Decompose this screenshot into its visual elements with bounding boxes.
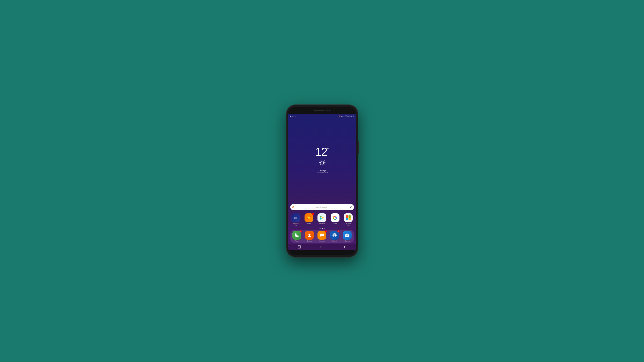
location-name: Penge <box>320 169 326 172</box>
dot-3 <box>324 228 325 229</box>
notification-icon: ▣ <box>290 115 291 117</box>
messages-label: Messages <box>319 240 325 242</box>
top-bezel <box>288 107 356 114</box>
google-icon <box>331 213 339 222</box>
contacts-label: Contacts <box>307 240 312 242</box>
bixby-icon: ◎ <box>292 115 293 117</box>
dock-camera[interactable]: Camera <box>341 231 353 242</box>
camera-icon-svg <box>345 233 350 238</box>
google-search-bar[interactable]: G Say 'Ok Google' 🎤 <box>290 204 354 210</box>
app-google[interactable]: Google <box>329 213 341 226</box>
dock-phone[interactable]: 1 Phone <box>291 231 303 242</box>
gallery-label: Gallery <box>307 223 311 224</box>
recent-apps-button[interactable] <box>297 245 302 249</box>
status-bar: ▣ ◎ △ ... 🔇 ◈ <box>288 114 356 118</box>
phone-app-icon: 1 <box>292 231 301 240</box>
front-camera <box>326 110 328 111</box>
svg-point-23 <box>308 234 310 236</box>
phone-device: ▣ ◎ △ ... 🔇 ◈ <box>286 105 358 257</box>
home-screen: ▣ ◎ △ ... 🔇 ◈ <box>288 114 356 250</box>
app-microsoft[interactable]: MicrosoftApps <box>342 213 354 226</box>
camera-icon <box>343 231 352 240</box>
dock-contacts[interactable]: Contacts <box>303 231 315 242</box>
svg-marker-20 <box>322 217 324 218</box>
google-label: Google <box>333 223 337 224</box>
warning-icon: △ <box>293 115 294 117</box>
location-pin: 📍 <box>318 170 320 171</box>
internet-icon: 5 <box>330 231 339 240</box>
battery-percent: 97% <box>348 115 351 117</box>
search-placeholder: Say 'Ok Google' <box>295 206 348 208</box>
app-play-store[interactable]: Play Store <box>316 213 328 226</box>
status-bar-right: 🔇 ◈ 97% 07:32 <box>339 115 354 117</box>
weather-updated: Updated 08/05 06:45 <box>316 172 328 174</box>
app-samsung-pay[interactable]: pay SamsungPay <box>290 213 302 226</box>
phone-badge: 1 <box>300 230 302 232</box>
home-button[interactable] <box>320 245 324 249</box>
status-bar-left: ▣ ◎ △ ... <box>290 115 296 117</box>
gallery-icon: 1 <box>305 213 313 222</box>
svg-point-11 <box>308 215 309 217</box>
nav-bar <box>288 244 356 250</box>
microsoft-icon <box>344 213 353 222</box>
phone-screen: ▣ ◎ △ ... 🔇 ◈ <box>288 107 356 255</box>
svg-marker-19 <box>320 218 322 220</box>
google-icon-svg <box>333 215 337 220</box>
play-store-icon-svg <box>320 215 324 220</box>
signal-icon <box>343 115 345 117</box>
play-store-label: Play Store <box>319 223 325 224</box>
svg-rect-33 <box>321 246 323 248</box>
messages-icon-svg <box>320 233 324 238</box>
battery-icon <box>345 116 347 117</box>
svg-line-7 <box>324 161 324 161</box>
dock-internet[interactable]: 5 Internet <box>329 231 341 242</box>
weather-widget[interactable]: 12° <box>288 118 356 204</box>
phone-icon <box>294 233 299 238</box>
messages-badge: 5 <box>325 230 327 232</box>
clock: 07:32 <box>351 115 354 117</box>
gallery-badge: 1 <box>312 213 314 215</box>
dot-1 <box>320 228 321 229</box>
mic-icon[interactable]: 🎤 <box>349 206 352 208</box>
app-row: pay SamsungPay 1 <box>288 212 356 227</box>
internet-badge: 5 <box>337 230 339 232</box>
speaker-grill <box>314 110 324 111</box>
internet-label: Internet <box>332 240 337 242</box>
page-indicator <box>288 227 356 230</box>
sensor <box>329 110 330 111</box>
samsung-pay-label: SamsungPay <box>293 223 298 226</box>
google-logo: G <box>292 206 294 208</box>
back-button[interactable] <box>342 245 347 249</box>
svg-line-5 <box>320 161 320 161</box>
nfc-icon: ◈ <box>341 115 342 117</box>
svg-point-0 <box>321 161 324 164</box>
bottom-bezel <box>288 250 356 255</box>
dock-grid: 1 Phone <box>291 231 353 242</box>
svg-rect-32 <box>299 245 301 247</box>
svg-point-17 <box>308 217 309 218</box>
svg-point-30 <box>347 235 348 236</box>
app-gallery[interactable]: 1 Gallery <box>303 213 315 226</box>
messages-icon: 5 <box>317 231 326 240</box>
dock: 1 Phone <box>290 230 354 243</box>
svg-line-8 <box>320 164 320 165</box>
weather-icon <box>319 159 326 167</box>
sun-icon <box>319 159 326 166</box>
dock-messages[interactable]: 5 Messages <box>316 231 328 242</box>
temperature-display: 12° <box>315 146 329 157</box>
svg-point-14 <box>308 219 309 220</box>
location-row: 📍 Penge <box>318 169 326 172</box>
svg-marker-18 <box>320 216 322 218</box>
contacts-icon <box>305 231 314 240</box>
gallery-icon-svg <box>307 215 311 220</box>
samsung-pay-icon: pay <box>291 213 300 222</box>
contacts-icon-svg <box>307 233 312 238</box>
dot-2-active <box>322 228 323 229</box>
play-store-icon <box>317 213 326 222</box>
camera-label: Camera <box>345 240 350 242</box>
overflow-dots: ... <box>295 115 296 117</box>
microsoft-label: MicrosoftApps <box>346 223 351 226</box>
svg-line-6 <box>324 164 324 165</box>
ms-grid-icon <box>346 215 351 220</box>
internet-icon-svg <box>332 233 337 238</box>
